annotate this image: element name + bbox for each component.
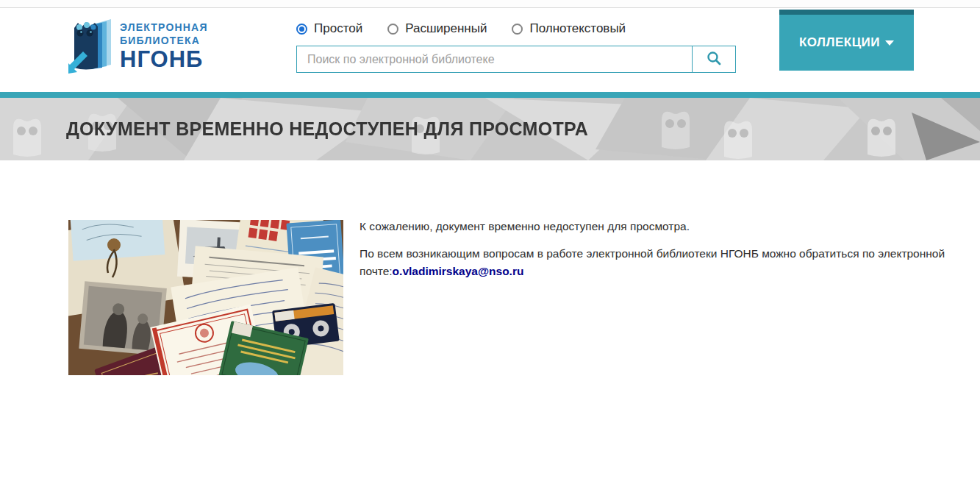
message-line-1: К сожалению, документ временно недоступе…	[360, 218, 948, 235]
logo-line-3: НГОНБ	[120, 48, 208, 71]
collections-body: КОЛЛЕКЦИИ	[779, 15, 914, 71]
library-logo[interactable]: ЭЛЕКТРОННАЯ БИБЛИОТЕКА НГОНБ	[68, 16, 208, 74]
archive-documents-photo	[68, 220, 343, 375]
collections-dropdown-button[interactable]: КОЛЛЕКЦИИ	[779, 10, 914, 71]
page-title-banner: ДОКУМЕНТ ВРЕМЕННО НЕДОСТУПЕН ДЛЯ ПРОСМОТ…	[0, 98, 980, 160]
page-top-gap	[0, 0, 980, 7]
main-content: К сожалению, документ временно недоступе…	[0, 160, 980, 487]
search-bar	[296, 46, 736, 73]
logo-line-2: БИБЛИОТЕКА	[120, 35, 208, 48]
collections-label: КОЛЛЕКЦИИ	[799, 35, 880, 50]
search-button[interactable]	[692, 46, 735, 72]
search-mode-radio-group: Простой Расширенный Полнотекстовый	[296, 21, 736, 36]
page-title: ДОКУМЕНТ ВРЕМЕННО НЕДОСТУПЕН ДЛЯ ПРОСМОТ…	[66, 118, 588, 140]
radio-advanced-search-label: Расширенный	[405, 21, 487, 36]
logo-text: ЭЛЕКТРОННАЯ БИБЛИОТЕКА НГОНБ	[120, 16, 208, 71]
search-area: Простой Расширенный Полнотекстовый	[296, 21, 736, 73]
radio-simple-search-dot[interactable]	[296, 24, 307, 35]
radio-fulltext-search[interactable]: Полнотекстовый	[512, 21, 626, 36]
message-line-2: По всем возникающим вопросам в работе эл…	[360, 245, 948, 280]
radio-simple-search[interactable]: Простой	[296, 21, 362, 36]
radio-simple-search-label: Простой	[314, 21, 362, 36]
logo-line-1: ЭЛЕКТРОННАЯ	[120, 21, 208, 35]
site-header: ЭЛЕКТРОННАЯ БИБЛИОТЕКА НГОНБ Простой Рас…	[0, 7, 980, 92]
owl-book-logo-icon	[68, 16, 114, 74]
radio-advanced-search-dot[interactable]	[387, 24, 398, 35]
search-input[interactable]	[297, 46, 692, 72]
radio-advanced-search[interactable]: Расширенный	[387, 21, 487, 36]
radio-fulltext-search-dot[interactable]	[512, 24, 523, 35]
radio-fulltext-search-label: Полнотекстовый	[529, 21, 626, 36]
contact-email-link[interactable]: o.vladimirskaya@nso.ru	[393, 265, 524, 277]
accent-divider-bar	[0, 92, 980, 98]
chevron-down-icon	[885, 40, 894, 46]
unavailable-message: К сожалению, документ временно недоступе…	[360, 218, 948, 280]
collections-top-strip	[779, 10, 914, 15]
search-icon	[707, 51, 721, 68]
